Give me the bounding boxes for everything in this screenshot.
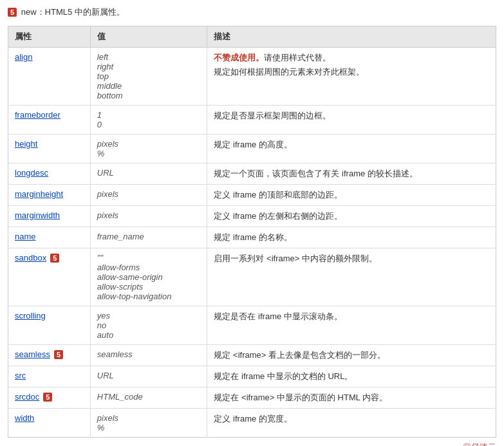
value-cell-longdesc: URL: [90, 163, 207, 185]
table-row: frameborder1 0规定是否显示框架周围的边框。: [8, 106, 496, 135]
value-cell-marginheight: pixels: [90, 185, 207, 206]
desc-cell-src: 规定在 iframe 中显示的文档的 URL。: [207, 366, 496, 387]
desc-cell-align: 不赞成使用。请使用样式代替。规定如何根据周围的元素来对齐此框架。: [207, 48, 496, 106]
attr-link-name[interactable]: name: [15, 232, 36, 241]
attr-cell-align: align: [8, 48, 91, 106]
table-row: marginheightpixels定义 iframe 的顶部和底部的边距。: [8, 185, 496, 206]
attr-link-srcdoc[interactable]: srcdoc: [15, 392, 39, 402]
desc-cell-height: 规定 iframe 的高度。: [207, 135, 496, 163]
attr-link-height[interactable]: height: [15, 139, 37, 149]
value-cell-srcdoc: HTML_code: [90, 387, 207, 409]
value-cell-seamless: seamless: [90, 345, 207, 366]
attr-cell-src: src: [8, 366, 91, 387]
attr-link-marginheight[interactable]: marginheight: [15, 189, 63, 199]
col-header-value: 值: [90, 26, 207, 48]
intro-text: new：HTML5 中的新属性。: [21, 7, 125, 17]
col-header-attr: 属性: [8, 26, 91, 48]
desc-cell-name: 规定 iframe 的名称。: [207, 227, 496, 248]
value-cell-align: left right top middle bottom: [90, 48, 207, 106]
attr-cell-marginheight: marginheight: [8, 185, 91, 206]
col-header-desc: 描述: [207, 26, 496, 48]
deprecated-rest: 请使用样式代替。: [264, 53, 331, 62]
value-cell-sandbox: "" allow-forms allow-same-origin allow-s…: [90, 248, 207, 306]
desc-cell-srcdoc: 规定在 <iframe> 中显示的页面的 HTML 内容。: [207, 387, 496, 409]
desc-line2: 规定如何根据周围的元素来对齐此框架。: [214, 66, 489, 78]
desc-cell-seamless: 规定 <iframe> 看上去像是包含文档的一部分。: [207, 345, 496, 366]
attr-cell-longdesc: longdesc: [8, 163, 91, 185]
table-row: sandbox5"" allow-forms allow-same-origin…: [8, 248, 496, 306]
value-cell-name: frame_name: [90, 227, 207, 248]
attr-link-width[interactable]: width: [15, 413, 34, 423]
watermark-text: ◎亿速云: [463, 442, 496, 446]
attr-link-src[interactable]: src: [15, 371, 26, 380]
attr-link-longdesc[interactable]: longdesc: [15, 168, 48, 178]
attr-cell-height: height: [8, 135, 91, 163]
desc-cell-longdesc: 规定一个页面，该页面包含了有关 iframe 的较长描述。: [207, 163, 496, 185]
table-row: marginwidthpixels定义 iframe 的左侧和右侧的边距。: [8, 206, 496, 227]
attr-cell-width: width: [8, 409, 91, 438]
html5-badge-seamless: 5: [54, 350, 63, 359]
table-row: nameframe_name规定 iframe 的名称。: [8, 227, 496, 248]
value-cell-width: pixels %: [90, 409, 207, 438]
attr-cell-frameborder: frameborder: [8, 106, 91, 135]
attr-cell-seamless: seamless5: [8, 345, 91, 366]
value-cell-height: pixels %: [90, 135, 207, 163]
html5-badge-sandbox: 5: [50, 254, 59, 263]
attr-link-sandbox[interactable]: sandbox: [15, 253, 46, 263]
html5-new-badge: 5: [8, 8, 17, 17]
desc-cell-marginheight: 定义 iframe 的顶部和底部的边距。: [207, 185, 496, 206]
value-cell-scrolling: yes no auto: [90, 306, 207, 345]
desc-cell-frameborder: 规定是否显示框架周围的边框。: [207, 106, 496, 135]
value-cell-marginwidth: pixels: [90, 206, 207, 227]
table-row: seamless5seamless规定 <iframe> 看上去像是包含文档的一…: [8, 345, 496, 366]
attr-cell-sandbox: sandbox5: [8, 248, 91, 306]
value-cell-src: URL: [90, 366, 207, 387]
desc-cell-marginwidth: 定义 iframe 的左侧和右侧的边距。: [207, 206, 496, 227]
page-container: 5 new：HTML5 中的新属性。 属性 值 描述 alignleft rig…: [0, 0, 504, 446]
attr-cell-scrolling: scrolling: [8, 306, 91, 345]
attr-cell-marginwidth: marginwidth: [8, 206, 91, 227]
intro-line: 5 new：HTML5 中的新属性。: [8, 6, 496, 18]
attr-cell-name: name: [8, 227, 91, 248]
html5-badge-srcdoc: 5: [43, 393, 52, 402]
deprecated-text: 不赞成使用。: [214, 53, 264, 62]
attr-link-align[interactable]: align: [15, 52, 32, 62]
attr-cell-srcdoc: srcdoc5: [8, 387, 91, 409]
table-row: widthpixels %定义 iframe 的宽度。: [8, 409, 496, 438]
table-row: alignleft right top middle bottom不赞成使用。请…: [8, 48, 496, 106]
attributes-table: 属性 值 描述 alignleft right top middle botto…: [8, 26, 496, 438]
value-cell-frameborder: 1 0: [90, 106, 207, 135]
table-row: heightpixels %规定 iframe 的高度。: [8, 135, 496, 163]
table-row: scrollingyes no auto规定是否在 iframe 中显示滚动条。: [8, 306, 496, 345]
attr-link-frameborder[interactable]: frameborder: [15, 110, 61, 120]
attr-link-scrolling[interactable]: scrolling: [15, 311, 46, 321]
watermark: ◎亿速云: [8, 441, 496, 446]
desc-cell-width: 定义 iframe 的宽度。: [207, 409, 496, 438]
table-row: srcURL规定在 iframe 中显示的文档的 URL。: [8, 366, 496, 387]
attr-link-seamless[interactable]: seamless: [15, 349, 50, 359]
attr-link-marginwidth[interactable]: marginwidth: [15, 210, 60, 220]
table-header-row: 属性 值 描述: [8, 26, 496, 48]
desc-cell-scrolling: 规定是否在 iframe 中显示滚动条。: [207, 306, 496, 345]
table-row: srcdoc5HTML_code规定在 <iframe> 中显示的页面的 HTM…: [8, 387, 496, 409]
desc-cell-sandbox: 启用一系列对 <iframe> 中内容的额外限制。: [207, 248, 496, 306]
table-row: longdescURL规定一个页面，该页面包含了有关 iframe 的较长描述。: [8, 163, 496, 185]
